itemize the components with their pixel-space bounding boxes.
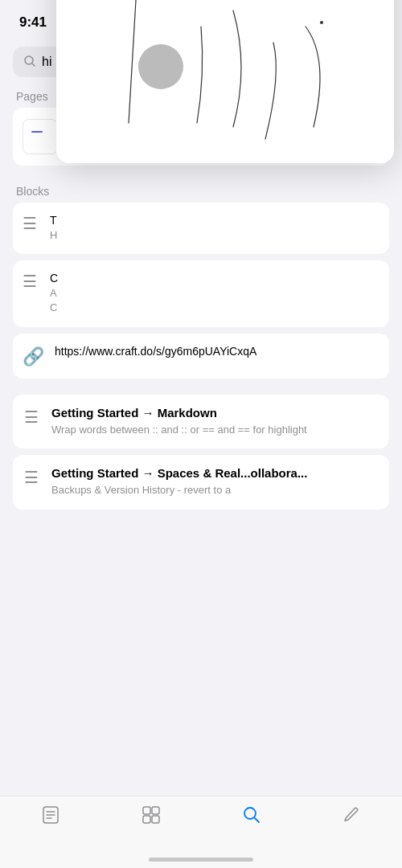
block-text-1: T H xyxy=(50,214,379,243)
block-subtitle-2: AC xyxy=(50,286,379,315)
bottom-items: ☰ Getting Started → Markdown Wrap words … xyxy=(0,395,402,510)
bottom-item-1[interactable]: ☰ Getting Started → Markdown Wrap words … xyxy=(13,395,389,449)
block-subtitle-1: H xyxy=(50,228,379,243)
tab-bar xyxy=(0,796,402,868)
link-url: https://www.craft.do/s/gy6m6pUAYiCxqA xyxy=(55,345,379,358)
compose-icon xyxy=(342,805,363,830)
svg-rect-9 xyxy=(143,816,150,823)
svg-point-11 xyxy=(244,808,256,819)
block-item-2[interactable]: ☰ C AC xyxy=(13,260,389,326)
link-icon: 🔗 xyxy=(23,346,44,366)
bottom-item-title-1: Getting Started → Markdown xyxy=(51,406,379,420)
block-icon-2: ☰ xyxy=(23,272,37,290)
bottom-item-text-1: Getting Started → Markdown Wrap words be… xyxy=(51,406,379,438)
block-title-2: C xyxy=(50,272,379,285)
tab-search[interactable] xyxy=(241,805,262,830)
search-icon xyxy=(24,55,35,69)
svg-point-2 xyxy=(320,21,323,24)
svg-rect-7 xyxy=(143,807,150,814)
doc-lines-icon-1: ☰ xyxy=(23,407,40,427)
doc-lines-icon-2: ☰ xyxy=(23,468,40,487)
bottom-item-title-2: Getting Started → Spaces & Real...ollabo… xyxy=(51,466,379,480)
status-time: 9:41 xyxy=(19,14,47,31)
svg-point-1 xyxy=(138,44,183,89)
search-tab-icon xyxy=(241,805,262,830)
tab-notes[interactable] xyxy=(40,805,61,830)
search-input-value[interactable]: hi xyxy=(42,55,51,69)
blocks-section: ☰ T H ☰ C AC xyxy=(0,203,402,327)
bottom-item-subtitle-1: Wrap words between :: and :: or == and =… xyxy=(51,422,379,438)
link-text: https://www.craft.do/s/gy6m6pUAYiCxqA xyxy=(55,345,379,359)
block-icon-1: ☰ xyxy=(23,215,37,232)
bottom-item-subtitle-2: Backups & Version History - revert to a xyxy=(51,482,379,498)
popup-card: This is my page Hi Cool List xyxy=(56,0,394,163)
tab-compose[interactable] xyxy=(342,805,363,830)
block-text-2: C AC xyxy=(50,272,379,315)
block-item-1[interactable]: ☰ T H xyxy=(13,203,389,254)
popup-drawing xyxy=(72,0,378,155)
blocks-section-label: Blocks xyxy=(0,178,402,203)
tab-grid[interactable] xyxy=(141,805,162,830)
bottom-item-2[interactable]: ☰ Getting Started → Spaces & Real...olla… xyxy=(13,455,389,510)
svg-rect-10 xyxy=(152,816,159,823)
block-title-1: T xyxy=(50,214,379,227)
grid-icon xyxy=(141,805,162,830)
bottom-item-text-2: Getting Started → Spaces & Real...ollabo… xyxy=(51,466,379,498)
content-area: Blocks ☰ T H ☰ C AC 🔗 xyxy=(0,108,402,391)
page-thumbnail xyxy=(23,119,58,154)
home-indicator xyxy=(149,858,253,862)
link-item[interactable]: 🔗 https://www.craft.do/s/gy6m6pUAYiCxqA xyxy=(13,334,389,379)
notes-icon xyxy=(40,805,61,830)
svg-rect-8 xyxy=(152,807,159,814)
